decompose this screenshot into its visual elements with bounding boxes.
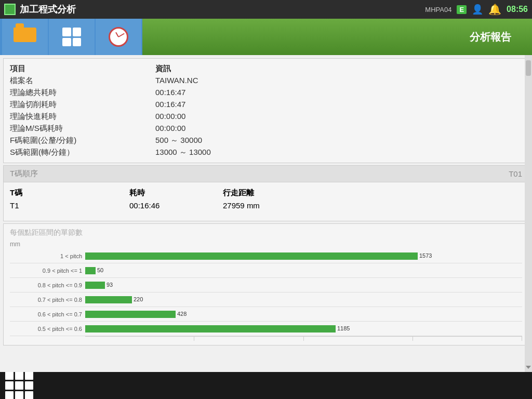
tcode-header: T碼順序 T01 (4, 166, 528, 182)
chart-bar-2: 93 (85, 282, 105, 289)
app-cell-3[interactable] (25, 371, 33, 380)
scrollbar[interactable] (525, 55, 532, 372)
titlebar-left: 加工程式分析 (4, 3, 76, 16)
info-label-6: S碼範圍(轉/分鐘） (10, 148, 155, 157)
chart-bar-area-5: 1185 (85, 322, 522, 336)
chart-value-0: 1573 (418, 252, 432, 259)
chart-row-2: 0.8 < pitch <= 0.9 93 (10, 278, 522, 292)
chart-label-4: 0.6 < pitch <= 0.7 (10, 311, 85, 317)
app-title: 加工程式分析 (20, 3, 76, 16)
header-info: 資訊 (155, 64, 171, 74)
info-value-1: 00:16:47 (155, 88, 185, 98)
app-cell-8[interactable] (15, 391, 23, 399)
scrollbar-thumb[interactable] (526, 60, 531, 76)
grid-line-0 (85, 337, 194, 341)
grid-line-2 (304, 337, 413, 341)
tcode-col3-header: 行走距離 (223, 188, 522, 198)
info-label-0: 檔案名 (10, 76, 155, 86)
tcode-section: T碼順序 T01 T碼 耗時 行走距離 T1 00:16:46 27959 mm (3, 165, 529, 221)
tcode-col2-header: 耗時 (129, 188, 223, 198)
chart-row-3: 0.7 < pitch <= 0.8 220 (10, 292, 522, 307)
folder-tab-icon (16, 23, 24, 28)
tcode-t1-distance: 27959 mm (223, 201, 522, 210)
info-row-0: 檔案名TAIWAN.NC (10, 75, 522, 87)
info-row-4: 理論M/S碼耗時00:00:00 (10, 123, 522, 135)
chart-row-5: 0.5 < pitch <= 0.6 1185 (10, 322, 522, 336)
info-value-4: 00:00:00 (155, 124, 185, 134)
chart-row-1: 0.9 < pitch <= 1 50 (10, 263, 522, 278)
chart-bar-5: 1185 (85, 325, 336, 332)
titlebar: 加工程式分析 MHPA04 E 👤 🔔 08:56 (0, 0, 532, 19)
info-value-6: 13000 ～ 13000 (155, 148, 211, 157)
info-row-6: S碼範圍(轉/分鐘）13000 ～ 13000 (10, 147, 522, 158)
main-content: 項目 資訊 檔案名TAIWAN.NC理論總共耗時00:16:47理論切削耗時00… (0, 55, 532, 372)
tcode-table: T碼 耗時 行走距離 T1 00:16:46 27959 mm (4, 182, 528, 221)
grid-icon (62, 28, 81, 46)
info-label-4: 理論M/S碼耗時 (10, 124, 155, 134)
titlebar-right: MHPA04 E 👤 🔔 08:56 (425, 3, 528, 16)
scroll-down-arrow[interactable] (526, 366, 531, 369)
info-value-5: 500 ～ 30000 (155, 136, 202, 145)
person-icon: 👤 (472, 4, 483, 15)
clock-icon (109, 27, 128, 47)
info-row-1: 理論總共耗時00:16:47 (10, 87, 522, 99)
chart-container: 1 < pitch 1573 0.9 < pitch <= 1 50 0.8 <… (10, 249, 522, 341)
header-item: 項目 (10, 64, 155, 74)
clock-button[interactable] (96, 19, 142, 55)
folder-button[interactable] (2, 19, 49, 55)
machine-id: MHPA04 (425, 6, 451, 14)
info-value-2: 00:16:47 (155, 100, 185, 110)
info-table: 項目 資訊 檔案名TAIWAN.NC理論總共耗時00:16:47理論切削耗時00… (3, 58, 529, 163)
tcode-col-headers: T碼 耗時 行走距離 (10, 187, 522, 200)
tcode-t1-time: 00:16:46 (129, 201, 223, 210)
info-label-3: 理論快進耗時 (10, 112, 155, 122)
grid-button[interactable] (49, 19, 96, 55)
chart-value-1: 50 (96, 267, 103, 273)
chart-bar-area-0: 1573 (85, 249, 522, 263)
chart-bar-0: 1573 (85, 252, 418, 260)
info-row-3: 理論快進耗時00:00:00 (10, 111, 522, 123)
scroll-area[interactable]: 項目 資訊 檔案名TAIWAN.NC理論總共耗時00:16:47理論切削耗時00… (0, 55, 532, 372)
chart-value-3: 220 (132, 296, 143, 302)
grid-line-3 (413, 337, 522, 341)
toolbar-right-panel: 分析報告 (142, 19, 532, 55)
chart-title: 每個點距區間的單節數 (10, 228, 522, 237)
tcode-header-value: T01 (509, 169, 522, 178)
chart-value-2: 93 (105, 282, 113, 288)
taskbar (0, 372, 532, 399)
info-label-1: 理論總共耗時 (10, 88, 155, 98)
app-cell-7[interactable] (5, 391, 14, 399)
report-label: 分析報告 (142, 30, 522, 44)
app-cell-1[interactable] (5, 371, 14, 380)
app-cell-2[interactable] (15, 371, 23, 380)
app-cell-4[interactable] (5, 381, 14, 390)
chart-bar-area-4: 428 (85, 307, 522, 321)
chart-grid-lines (85, 336, 522, 341)
e-badge: E (457, 5, 467, 14)
chart-bar-area-1: 50 (85, 263, 522, 277)
bell-icon: 🔔 (488, 3, 501, 16)
chart-label-5: 0.5 < pitch <= 0.6 (10, 326, 85, 332)
chart-label-1: 0.9 < pitch <= 1 (10, 268, 85, 274)
app-cell-9[interactable] (25, 391, 33, 399)
chart-value-4: 428 (176, 311, 187, 317)
chart-bar-area-2: 93 (85, 278, 522, 292)
info-table-header: 項目 資訊 (10, 63, 522, 75)
chart-label-2: 0.8 < pitch <= 0.9 (10, 282, 85, 288)
chart-row-4: 0.6 < pitch <= 0.7 428 (10, 307, 522, 322)
chart-label-0: 1 < pitch (10, 253, 85, 259)
chart-section: 每個點距區間的單節數 mm 1 < pitch 1573 0.9 < pitch… (3, 223, 529, 345)
tcode-data-row: T1 00:16:46 27959 mm (10, 200, 522, 211)
info-label-2: 理論切削耗時 (10, 100, 155, 110)
tcode-header-label: T碼順序 (10, 169, 509, 179)
apps-grid[interactable] (5, 371, 33, 399)
info-value-0: TAIWAN.NC (155, 76, 198, 86)
chart-mm-label: mm (10, 241, 522, 248)
tcode-col1-header: T碼 (10, 188, 129, 198)
chart-bar-3: 220 (85, 296, 132, 303)
chart-label-3: 0.7 < pitch <= 0.8 (10, 297, 85, 303)
app-cell-5[interactable] (15, 381, 23, 390)
app-icon (4, 4, 16, 15)
tcode-t1: T1 (10, 201, 129, 210)
app-cell-6[interactable] (25, 381, 33, 390)
